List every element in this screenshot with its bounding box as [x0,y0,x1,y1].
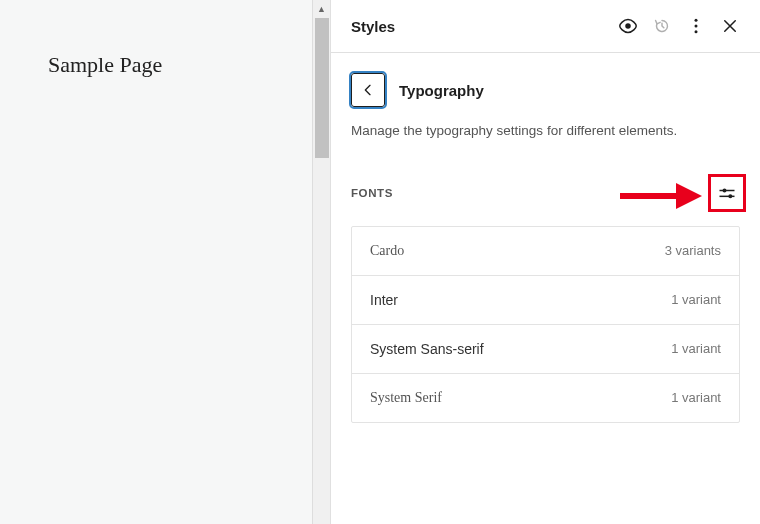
font-variants: 1 variant [671,341,721,356]
revisions-icon[interactable] [650,14,674,38]
font-item[interactable]: Cardo 3 variants [352,227,739,276]
font-variants: 3 variants [665,243,721,258]
scrollbar-track[interactable]: ▲ [312,0,330,524]
sidebar-title: Styles [351,18,606,35]
sliders-icon [717,183,737,203]
section-description: Manage the typography settings for diffe… [331,121,760,174]
style-book-icon[interactable] [616,14,640,38]
fonts-label: FONTS [351,187,708,199]
scrollbar-thumb[interactable] [315,18,329,158]
svg-point-3 [695,30,698,33]
font-variants: 1 variant [671,292,721,307]
more-menu-icon[interactable] [684,14,708,38]
font-name: System Sans-serif [370,341,484,357]
preview-pane: Sample Page ▲ [0,0,330,524]
font-item[interactable]: Inter 1 variant [352,276,739,325]
sidebar-header: Styles [331,0,760,53]
svg-point-1 [695,19,698,22]
svg-point-7 [723,188,727,192]
chevron-left-icon [360,82,376,98]
font-list: Cardo 3 variants Inter 1 variant System … [351,226,740,423]
font-variants: 1 variant [671,390,721,405]
font-settings-button[interactable] [708,174,746,212]
fonts-header-row: FONTS [331,174,760,226]
section-title: Typography [399,82,484,99]
close-icon[interactable] [718,14,742,38]
font-name: System Serif [370,390,442,406]
svg-point-9 [728,194,732,198]
scrollbar-arrow-up-icon[interactable]: ▲ [313,0,330,18]
font-name: Cardo [370,243,404,259]
section-header: Typography [331,53,760,121]
styles-sidebar: Styles Typography Manage the typography … [330,0,760,524]
svg-point-2 [695,25,698,28]
font-name: Inter [370,292,398,308]
font-item[interactable]: System Serif 1 variant [352,374,739,422]
page-title: Sample Page [48,52,330,78]
back-button[interactable] [351,73,385,107]
font-item[interactable]: System Sans-serif 1 variant [352,325,739,374]
svg-point-0 [625,23,631,29]
